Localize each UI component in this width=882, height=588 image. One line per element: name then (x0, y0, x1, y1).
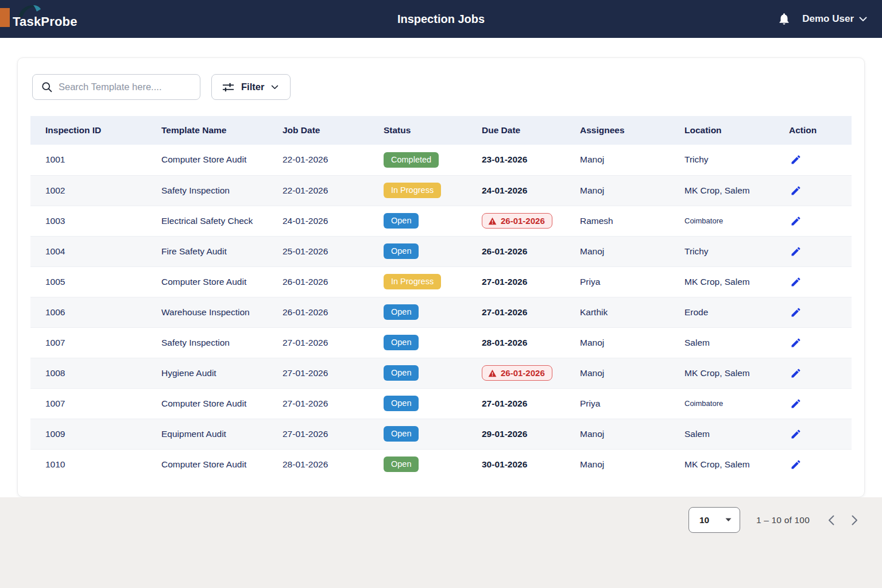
location: Coimbatore (670, 206, 774, 236)
job-date: 25-01-2026 (268, 236, 369, 266)
assignee: Manoj (565, 358, 670, 388)
due-date-cell: 30-01-2026 (467, 449, 565, 479)
column-header-assignees: Assignees (565, 116, 670, 145)
edit-button[interactable] (789, 458, 803, 471)
search-icon (41, 81, 53, 93)
assignee: Manoj (565, 175, 670, 206)
due-date-cell: 26-01-2026 (467, 236, 565, 266)
status-badge: Open (384, 457, 419, 472)
table-row: 1008Hygiene Audit27-01-2026Open26-01-202… (30, 358, 852, 388)
edit-button[interactable] (789, 427, 803, 441)
due-date: 26-01-2026 (482, 246, 527, 256)
status-badge: Open (384, 304, 419, 320)
user-name: Demo User (802, 13, 854, 25)
edit-pencil-icon (790, 368, 802, 379)
template-name: Hygiene Audit (146, 358, 268, 388)
location: Trichy (670, 236, 774, 266)
inspection-id: 1004 (30, 236, 146, 266)
assignee: Priya (565, 388, 670, 419)
chevron-down-icon (859, 17, 867, 22)
inspection-id: 1002 (30, 175, 146, 206)
assignee: Priya (565, 266, 670, 297)
edit-pencil-icon (790, 428, 802, 440)
status-badge: Completed (384, 152, 439, 168)
page-size-select[interactable]: 10 (688, 507, 740, 533)
status-cell: Open (369, 236, 467, 266)
table-header: Inspection ID Template Name Job Date Sta… (30, 116, 852, 145)
status-badge: Open (384, 243, 419, 259)
due-date-cell: 29-01-2026 (467, 419, 565, 449)
due-date-cell: 28-01-2026 (467, 327, 565, 358)
status-cell: Open (369, 297, 467, 327)
assignee: Ramesh (565, 206, 670, 236)
search-input[interactable] (59, 82, 193, 92)
location: MK Crop, Salem (670, 358, 774, 388)
edit-button[interactable] (789, 366, 803, 380)
pagination-range: 1 – 10 of 100 (756, 515, 810, 525)
column-header-due-date: Due Date (467, 116, 565, 145)
due-date-cell: 27-01-2026 (467, 297, 565, 327)
template-name: Computer Store Audit (146, 449, 268, 479)
assignee: Karthik (565, 297, 670, 327)
job-date: 28-01-2026 (268, 449, 369, 479)
location: MK Crop, Salem (670, 175, 774, 206)
edit-button[interactable] (789, 184, 803, 198)
due-date: 29-01-2026 (482, 429, 527, 439)
page-title: Inspection Jobs (0, 13, 882, 26)
action-cell (774, 175, 852, 206)
due-date: 28-01-2026 (482, 338, 527, 347)
top-bar: TaskProbe Inspection Jobs Demo User (0, 0, 882, 38)
user-menu[interactable]: Demo User (802, 13, 867, 25)
table-row: 1002Safety Inspection22-01-2026In Progre… (30, 175, 852, 206)
next-page-button[interactable] (849, 513, 860, 528)
status-cell: Open (369, 358, 467, 388)
edit-pencil-icon (790, 337, 802, 349)
previous-page-button[interactable] (826, 513, 837, 528)
inspection-jobs-table: Inspection ID Template Name Job Date Sta… (30, 116, 852, 479)
table-row: 1006Warehouse Inspection26-01-2026Open27… (30, 297, 852, 327)
due-date-cell: 27-01-2026 (467, 266, 565, 297)
column-header-template-name: Template Name (146, 116, 268, 145)
due-date: 24-01-2026 (482, 185, 527, 195)
edit-button[interactable] (789, 275, 803, 289)
overdue-badge: 26-01-2026 (482, 213, 552, 229)
status-cell: Open (369, 388, 467, 419)
page-size-value: 10 (699, 515, 709, 525)
filter-button[interactable]: Filter (211, 74, 291, 100)
table-row: 1005Computer Store Audit26-01-2026In Pro… (30, 266, 852, 297)
template-name: Computer Store Audit (146, 145, 268, 175)
table-row: 1007Computer Store Audit27-01-2026Open27… (30, 388, 852, 419)
column-header-status: Status (369, 116, 467, 145)
due-date: 26-01-2026 (501, 216, 545, 226)
warning-icon (488, 369, 497, 377)
inspection-id: 1007 (30, 388, 146, 419)
inspection-id: 1007 (30, 327, 146, 358)
template-name: Safety Inspection (146, 327, 268, 358)
edit-button[interactable] (789, 305, 803, 319)
edit-button[interactable] (789, 397, 803, 411)
assignee: Manoj (565, 327, 670, 358)
edit-button[interactable] (789, 336, 803, 350)
action-cell (774, 358, 852, 388)
edit-button[interactable] (789, 214, 803, 228)
status-badge: In Progress (384, 183, 441, 198)
edit-button[interactable] (789, 245, 803, 258)
edit-button[interactable] (789, 153, 803, 167)
notifications-button[interactable] (777, 12, 791, 26)
status-badge: Open (384, 213, 419, 229)
assignee: Manoj (565, 419, 670, 449)
assignee: Manoj (565, 236, 670, 266)
due-date-cell: 24-01-2026 (467, 175, 565, 206)
table-body: 1001Computer Store Audit22-01-2026Comple… (30, 145, 852, 479)
caret-down-icon (725, 518, 732, 522)
inspection-id: 1008 (30, 358, 146, 388)
edit-pencil-icon (790, 398, 802, 409)
job-date: 27-01-2026 (268, 388, 369, 419)
edit-pencil-icon (790, 459, 802, 470)
action-cell (774, 206, 852, 236)
location: Trichy (670, 145, 774, 175)
template-name: Fire Safety Audit (146, 236, 268, 266)
filter-label: Filter (241, 82, 264, 92)
search-box[interactable] (32, 74, 200, 100)
due-date-cell: 27-01-2026 (467, 388, 565, 419)
